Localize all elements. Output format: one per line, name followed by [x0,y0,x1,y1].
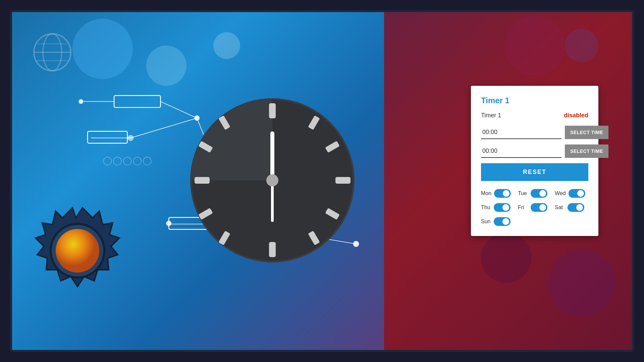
svg-point-26 [103,157,111,165]
toggle-sun[interactable] [494,217,511,226]
days-grid: Mon Tue Wed [481,189,588,226]
svg-point-30 [143,157,151,165]
day-label-sun: Sun [481,219,491,225]
day-item-wed: Wed [555,189,588,198]
select-time-button-2[interactable]: SELECT TIME [565,144,608,158]
clock [185,93,360,269]
day-label-sat: Sat [555,204,565,210]
toggle-mon[interactable] [494,189,511,198]
deco-circle-6 [548,249,615,316]
svg-point-48 [266,174,278,186]
svg-point-32 [56,229,99,273]
time-input-row-1: SELECT TIME [481,126,588,139]
reset-button[interactable]: RESET [481,163,588,181]
gear-icon [10,201,160,352]
select-time-button-1[interactable]: SELECT TIME [565,126,608,139]
toggle-tue[interactable] [531,189,547,198]
svg-rect-36 [269,242,276,257]
svg-point-19 [128,135,133,141]
svg-rect-37 [195,177,210,184]
time-input-2[interactable] [481,145,561,158]
time-input-1[interactable] [481,126,561,139]
main-frame: Timer 1 Timer 1 disabled SELECT TIME SEL… [10,10,634,352]
day-label-wed: Wed [555,190,566,196]
toggle-thu[interactable] [494,203,511,212]
svg-point-17 [78,99,83,104]
day-item-thu: Thu [481,203,515,212]
svg-point-29 [133,157,141,165]
svg-rect-35 [335,177,351,184]
day-item-tue: Tue [518,189,551,198]
svg-point-22 [166,221,171,226]
day-label-tue: Tue [518,190,528,196]
toggle-wed[interactable] [569,189,585,198]
svg-rect-15 [114,96,160,108]
toggle-fri[interactable] [531,203,547,212]
time-input-row-2: SELECT TIME [481,144,588,158]
timer-panel: Timer 1 Timer 1 disabled SELECT TIME SEL… [471,86,598,236]
day-label-fri: Fri [518,204,528,210]
timer-status-row: Timer 1 disabled [481,112,588,119]
toggle-sat[interactable] [568,203,584,212]
svg-point-27 [113,157,121,165]
day-item-sat: Sat [555,203,588,212]
svg-rect-34 [269,103,276,118]
day-label-mon: Mon [481,190,491,196]
panel-title: Timer 1 [481,96,588,105]
timer-name-label: Timer 1 [481,112,501,119]
status-badge: disabled [564,112,588,119]
day-item-sun: Sun [481,217,515,226]
globe-icon [32,32,72,72]
deco-circle-4 [565,29,598,62]
day-label-thu: Thu [481,204,491,210]
day-item-fri: Fri [518,203,551,212]
day-item-mon: Mon [481,189,515,198]
svg-point-28 [123,157,131,165]
svg-rect-16 [88,131,127,143]
deco-circle-5 [504,15,565,76]
deco-circle-7 [481,233,531,283]
